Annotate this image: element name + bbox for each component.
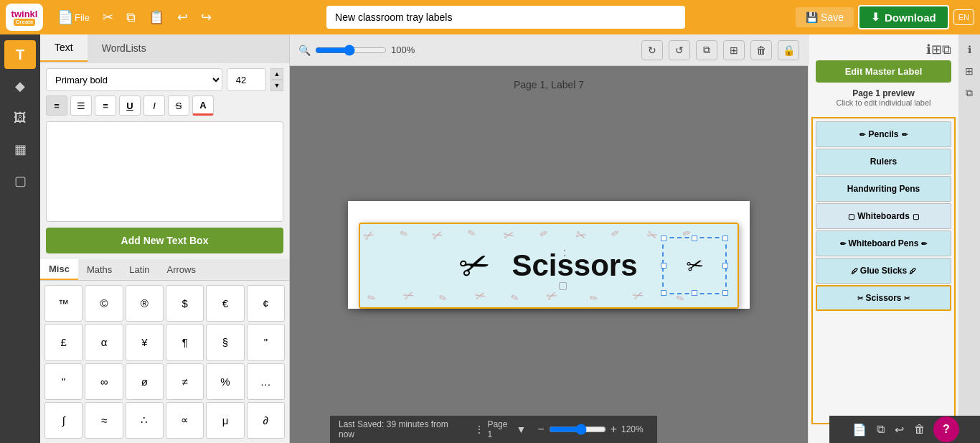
symbol-infinity[interactable]: ∞ <box>85 363 123 400</box>
symbol-integral[interactable]: ∫ <box>44 402 83 439</box>
symbol-yen[interactable]: ¥ <box>126 324 164 360</box>
preview-item-handwriting[interactable]: Handwriting Pens <box>816 176 951 202</box>
resize-handle-tm[interactable] <box>692 236 697 241</box>
resize-handle-tl[interactable] <box>661 236 666 241</box>
italic-button[interactable]: I <box>143 95 165 116</box>
cut-button[interactable]: ✂ <box>98 6 118 28</box>
save-button[interactable]: 💾 Save <box>796 7 854 27</box>
resize-handle-tr[interactable] <box>722 236 728 241</box>
paste-button[interactable]: 📋 <box>144 6 169 28</box>
symbol-section[interactable]: § <box>206 324 244 360</box>
symbol-pound[interactable]: £ <box>44 324 83 360</box>
info-button[interactable]: ℹ <box>926 42 931 57</box>
preview-item-rulers[interactable]: Rulers <box>816 149 951 174</box>
file-button[interactable]: 📄 File <box>53 6 94 28</box>
align-right-button[interactable]: ≡ <box>95 95 116 116</box>
symbol-copy[interactable]: © <box>85 285 123 322</box>
font-size-down[interactable]: ▼ <box>270 80 283 91</box>
symbol-pilcrow[interactable]: ¶ <box>166 324 204 360</box>
page-nav-prev[interactable]: ⋮ <box>474 424 484 435</box>
symbol-tab-latin[interactable]: Latin <box>121 259 158 280</box>
font-size-up[interactable]: ▲ <box>270 68 283 80</box>
twinkl-help-button[interactable]: ? <box>933 416 959 442</box>
preview-item-whiteboard-pens[interactable]: ✏ Whiteboard Pens ✏ <box>816 230 951 256</box>
edit-master-label-button[interactable]: Edit Master Label <box>816 60 951 83</box>
zoom-out-bottom-button[interactable]: − <box>537 423 544 436</box>
right-icon-grid[interactable]: ⊞ <box>960 62 979 80</box>
right-icon-layers[interactable]: ⧉ <box>960 83 979 102</box>
zoom-slider[interactable] <box>315 45 387 56</box>
undo-button[interactable]: ↩ <box>173 6 192 28</box>
layout-button[interactable]: ⊞ <box>931 42 942 57</box>
canvas-main[interactable]: Page 1, Label 7 ✂ ✏ ✂ ✏ ✂ ✏ ✂ ✏ <box>290 66 808 443</box>
sidebar-item-border[interactable]: ▢ <box>4 167 36 195</box>
symbol-cent[interactable]: ¢ <box>247 285 285 322</box>
symbol-therefore[interactable]: ∴ <box>126 402 164 439</box>
symbol-ellipsis[interactable]: … <box>247 363 285 400</box>
sidebar-item-text[interactable]: T <box>4 40 36 69</box>
layers-right-button[interactable]: ⧉ <box>942 42 951 57</box>
copy-page-button[interactable]: 📄 <box>850 421 869 439</box>
strikethrough-button[interactable]: S <box>168 95 189 116</box>
symbol-percent[interactable]: % <box>206 363 244 400</box>
symbol-reg[interactable]: ® <box>126 285 164 322</box>
resize-handle-bl[interactable] <box>661 290 666 296</box>
preview-item-scissors[interactable]: ✂ Scissors ✂ <box>816 285 951 311</box>
resize-handle-br[interactable] <box>722 290 728 296</box>
copy-button[interactable]: ⧉ <box>122 7 140 28</box>
font-color-button[interactable]: A <box>192 95 214 116</box>
rotate-cw-button[interactable]: ↻ <box>641 40 663 60</box>
font-size-input[interactable] <box>227 68 266 91</box>
right-icon-info[interactable]: ℹ <box>960 40 979 59</box>
preview-item-glue-sticks[interactable]: 🖊 Glue Sticks 🖊 <box>816 258 951 284</box>
label-card[interactable]: ✂ ✏ ✂ ✏ ✂ ✏ ✂ ✏ ✂ ✏ ✏ ✂ ✏ ✂ ✏ <box>359 223 739 309</box>
underline-button[interactable]: U <box>119 95 141 116</box>
rotate-ccw-button[interactable]: ↺ <box>669 40 690 60</box>
symbol-tab-misc[interactable]: Misc <box>40 259 78 280</box>
symbol-not-equal[interactable]: ≠ <box>166 363 204 400</box>
zoom-in-bottom-button[interactable]: + <box>611 423 617 436</box>
add-text-box-button[interactable]: Add New Text Box <box>46 228 283 253</box>
symbol-partial[interactable]: ∂ <box>247 402 285 439</box>
delete-button[interactable]: 🗑 <box>750 40 772 60</box>
align-center-button[interactable]: ☰ <box>70 95 92 116</box>
symbol-oslash[interactable]: ø <box>126 363 164 400</box>
text-preview-area[interactable] <box>46 121 283 222</box>
symbol-open-quote[interactable]: " <box>247 324 285 360</box>
resize-handle-bm[interactable] <box>692 290 697 296</box>
tab-text[interactable]: Text <box>40 34 88 62</box>
lock-button[interactable]: 🔒 <box>778 40 799 60</box>
document-title-input[interactable] <box>326 6 685 29</box>
symbol-alpha[interactable]: α <box>85 324 123 360</box>
redo-button[interactable]: ↪ <box>197 6 216 28</box>
duplicate-button[interactable]: ⊞ <box>723 40 745 60</box>
tab-wordlists[interactable]: WordLists <box>88 34 161 62</box>
resize-handle-mr[interactable] <box>722 263 728 269</box>
preview-item-whiteboards[interactable]: ▢ Whiteboards ▢ <box>816 203 951 229</box>
undo-bottom-button[interactable]: ↩ <box>892 421 906 439</box>
download-button[interactable]: ⬇ Download <box>858 5 949 29</box>
align-left-button[interactable]: ≡ <box>46 95 67 116</box>
symbol-close-quote[interactable]: " <box>44 363 83 400</box>
symbol-euro[interactable]: € <box>206 285 244 322</box>
duplicate-page-button[interactable]: ⧉ <box>875 421 887 438</box>
language-button[interactable]: EN <box>953 9 974 25</box>
font-family-select[interactable]: Primary bold <box>46 68 222 91</box>
layers-button[interactable]: ⧉ <box>696 40 717 60</box>
symbol-approx[interactable]: ≈ <box>85 402 123 439</box>
symbol-tm[interactable]: ™ <box>44 285 83 322</box>
sidebar-item-pattern[interactable]: ▦ <box>4 135 36 164</box>
symbol-tab-maths[interactable]: Maths <box>78 259 121 280</box>
symbol-mu[interactable]: μ <box>206 402 244 439</box>
page-nav-down[interactable]: ▼ <box>516 424 526 435</box>
delete-page-button[interactable]: 🗑 <box>912 421 928 438</box>
symbol-tab-arrows[interactable]: Arrows <box>159 259 204 280</box>
symbol-propto[interactable]: ∝ <box>166 402 204 439</box>
selection-box[interactable]: ✂ <box>662 237 727 294</box>
resize-handle-ml[interactable] <box>661 263 666 269</box>
sidebar-item-images[interactable]: 🖼 <box>4 103 36 132</box>
sidebar-item-shapes[interactable]: ◆ <box>4 72 36 101</box>
symbol-dollar[interactable]: $ <box>166 285 204 322</box>
preview-item-pencils[interactable]: ✏ Pencils ✏ <box>816 121 951 147</box>
zoom-bottom-slider[interactable] <box>549 424 606 435</box>
